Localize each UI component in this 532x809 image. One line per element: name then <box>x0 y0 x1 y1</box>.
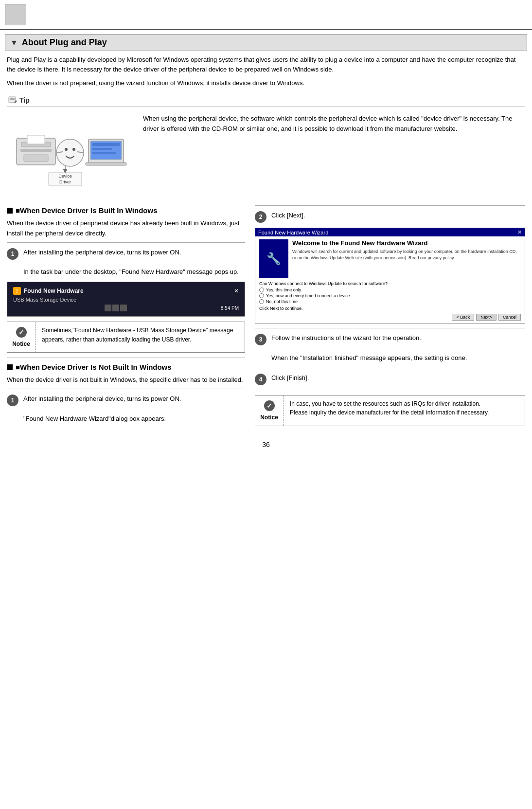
wizard-blue-panel: 🔧 <box>259 239 288 278</box>
notice-text-right-line1: In case, you have to set the resources s… <box>290 400 480 407</box>
wizard-back-btn[interactable]: < Back <box>452 314 474 321</box>
wizard-option-1-label: Yes, this time only <box>266 288 301 292</box>
step-2-text: Click [Next]. <box>271 211 525 220</box>
svg-text:Device: Device <box>58 174 72 179</box>
notice-text-right-line2: Please inquiry the device manufacturer f… <box>290 409 489 416</box>
svg-point-9 <box>56 139 84 166</box>
step-1-circle: 1 <box>7 248 18 260</box>
radio-3[interactable] <box>259 299 264 304</box>
step-1-content: After installing the peripheral device, … <box>23 248 245 277</box>
intro-paragraph-2: When the driver is not prepared, using t… <box>7 78 525 88</box>
step-4-content: Click [Finish]. <box>271 373 525 383</box>
clock-text: 8:54 PM <box>221 306 239 311</box>
right-divider-top <box>255 205 525 206</box>
found-hw-icon: ! <box>13 287 21 295</box>
wizard-option-3[interactable]: No, not this time <box>259 299 521 304</box>
wizard-click-next: Click Next to continue. <box>259 306 521 311</box>
wizard-title-label: Found New Hardware Wizard <box>258 230 328 235</box>
tip-icon <box>7 95 18 106</box>
divider-3 <box>7 389 245 389</box>
notice-check-right: ✓ <box>264 400 275 411</box>
svg-rect-7 <box>24 155 48 162</box>
tip-text: When using the peripheral device, the so… <box>143 114 525 133</box>
device-driver-illustration: Device Driver <box>7 114 133 192</box>
wizard-desc: Windows will search for current and upda… <box>292 249 521 261</box>
screenshot-inner: ! Found New Hardware ✕ USB Mass Storage … <box>10 285 242 313</box>
notbuiltin-body-text: When the device driver is not built in W… <box>7 375 245 385</box>
svg-text:!: ! <box>16 288 18 294</box>
notice-check-left: ✓ <box>16 327 27 338</box>
heading-notbuiltin-label: ■When Device Driver Is Not Built In Wind… <box>16 363 172 371</box>
step-2-right: 2 Click [Next]. <box>255 211 525 223</box>
top-bar <box>0 0 532 30</box>
step-1-text-2: In the task bar under the desktop, "Foun… <box>23 267 245 277</box>
wizard-title-bar: Found New Hardware Wizard ✕ <box>255 228 525 236</box>
wizard-options: Can Windows connect to Windows Update to… <box>259 281 521 304</box>
section-title: About Plug and Play <box>22 37 107 48</box>
found-hw-subtitle: USB Mass Storage Device <box>13 297 239 303</box>
radio-1[interactable] <box>259 288 264 292</box>
page-number: 36 <box>0 441 532 449</box>
wizard-next-btn[interactable]: Next> <box>476 314 497 321</box>
section-arrow: ▼ <box>10 38 18 47</box>
svg-rect-19 <box>86 162 126 165</box>
step-1-text-1: After installing the peripheral device, … <box>23 248 245 257</box>
notice-label-left: ✓ Notice <box>7 322 36 352</box>
radio-2[interactable] <box>259 293 264 298</box>
step-3-circle: 3 <box>255 334 266 345</box>
svg-rect-17 <box>92 148 112 150</box>
found-hw-close-btn[interactable]: ✕ <box>234 288 239 294</box>
wizard-screenshot: Found New Hardware Wizard ✕ 🔧 Welcome to… <box>255 228 525 324</box>
tip-illustration: Device Driver <box>7 114 133 192</box>
section-header: ▼ About Plug and Play <box>5 34 527 51</box>
tip-label: Tip <box>19 96 30 104</box>
step-1-s2-text1: After installing the peripheral device, … <box>23 394 245 404</box>
found-hardware-screenshot: ! Found New Hardware ✕ USB Mass Storage … <box>7 282 245 317</box>
step-2-circle: 2 <box>255 211 266 223</box>
svg-rect-18 <box>92 152 116 154</box>
step-2-content: Click [Next]. <box>271 211 525 220</box>
divider-2 <box>7 358 245 358</box>
top-thumbnail <box>5 4 26 25</box>
notice-box-left: ✓ Notice Sometimes,"Found New Hardware -… <box>7 322 245 353</box>
main-content: Plug and Play is a capability developed … <box>0 55 532 431</box>
step-4-text: Click [Finish]. <box>271 373 525 383</box>
intro-paragraph-1: Plug and Play is a capability developed … <box>7 55 525 74</box>
svg-point-10 <box>65 148 68 151</box>
step-3-text1: Follow the instructions of the wizard fo… <box>271 333 525 343</box>
svg-rect-6 <box>20 149 52 152</box>
found-hw-header: ! Found New Hardware ✕ <box>13 287 239 295</box>
wizard-option-2-label: Yes, now and every time I connect a devi… <box>266 293 350 298</box>
svg-rect-16 <box>92 143 120 146</box>
wizard-cancel-btn[interactable]: Cancel <box>498 314 521 321</box>
svg-text:Driver: Driver <box>59 180 71 184</box>
tray-icons <box>105 305 127 311</box>
step-4-circle: 4 <box>255 374 266 385</box>
step-1-circle-s2: 1 <box>7 395 18 406</box>
divider-1 <box>7 242 245 243</box>
wizard-main-title: Welcome to the Found New Hardware Wizard <box>292 239 521 247</box>
left-column: ■When Device Driver Is Built In Windows … <box>7 201 245 431</box>
heading-bullet-1 <box>7 208 13 214</box>
heading-bullet-2 <box>7 364 13 370</box>
step-3-right: 3 Follow the instructions of the wizard … <box>255 333 525 362</box>
step-1-s2-text2: "Found New Hardware Wizard"dialog box ap… <box>23 414 245 424</box>
step-1-left-s2: 1 After installing the peripheral device… <box>7 394 245 423</box>
wizard-option-1[interactable]: Yes, this time only <box>259 288 521 292</box>
wizard-close[interactable]: ✕ <box>517 229 522 235</box>
notice-box-right: ✓ Notice In case, you have to set the re… <box>255 395 525 426</box>
right-divider-2 <box>255 328 525 328</box>
notice-label-right: ✓ Notice <box>255 396 284 426</box>
wizard-option-2[interactable]: Yes, now and every time I connect a devi… <box>259 293 521 298</box>
heading-builtin-label: ■When Device Driver Is Built In Windows <box>16 206 157 215</box>
step-4-right: 4 Click [Finish]. <box>255 373 525 385</box>
right-divider-3 <box>255 368 525 368</box>
notice-word-left: Notice <box>12 341 30 347</box>
tip-section: Tip <box>7 95 525 195</box>
wizard-question: Can Windows connect to Windows Update to… <box>259 281 521 286</box>
step-3-text2: When the "Installation finished" message… <box>271 353 525 363</box>
notice-text-right: In case, you have to set the resources s… <box>284 396 525 426</box>
wizard-blue-icon: 🔧 <box>266 252 281 266</box>
tray-icon-2 <box>112 305 119 311</box>
step-1-left: 1 After installing the peripheral device… <box>7 248 245 277</box>
